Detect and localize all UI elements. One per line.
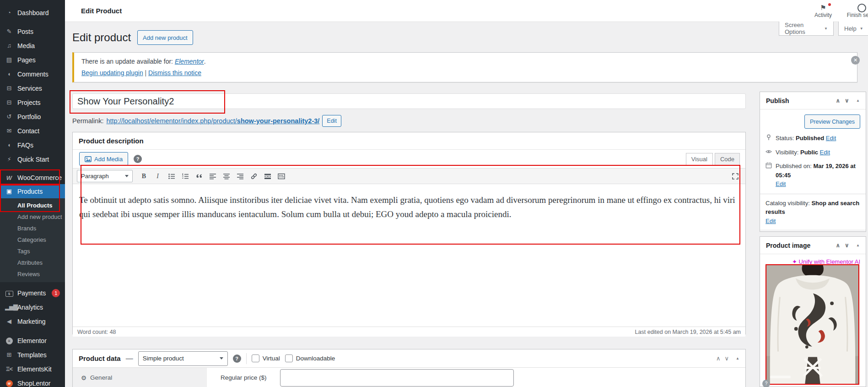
products-submenu: All Products Add new product Brands Cate… (0, 198, 65, 282)
downloadable-checkbox[interactable] (285, 354, 293, 362)
last-edited-text: Last edited on March 19, 2026 at 5:45 am (635, 329, 741, 335)
product-image-thumbnail[interactable] (766, 264, 859, 385)
description-paragraph: Te obtinuit ut adepto satis somno. Aliis… (79, 193, 739, 222)
sidebar-item-products[interactable]: ▣ Products (0, 184, 65, 198)
finish-setup-button[interactable]: Finish setup (841, 4, 868, 18)
move-up-icon[interactable]: ∧ (836, 97, 841, 104)
regular-price-label: Regular price ($) (221, 374, 272, 381)
sidebar-item-media[interactable]: ♫ Media (0, 38, 65, 53)
sidebar-item-quick-start[interactable]: ⚡ Quick Start (0, 152, 65, 166)
sidebar-item-marketing[interactable]: ◀ Marketing (0, 314, 65, 328)
elementor-link[interactable]: Elementor (175, 58, 204, 65)
read-more-tag-button[interactable] (261, 170, 274, 182)
help-icon[interactable]: ? (762, 380, 770, 387)
activity-button[interactable]: ⚑ Activity (809, 4, 837, 18)
edit-status-link[interactable]: Edit (826, 135, 836, 142)
virtual-checkbox[interactable] (252, 354, 259, 362)
numbered-list-button[interactable] (179, 170, 191, 182)
sidebar-item-label: Portfolio (17, 113, 41, 120)
plug-icon: ⚡ (5, 156, 13, 163)
add-new-product-button[interactable]: Add new product (137, 30, 193, 45)
begin-updating-link[interactable]: Begin updating plugin (81, 69, 143, 76)
edit-catalog-link[interactable]: Edit (766, 218, 776, 224)
sidebar-item-shoplentor[interactable]: W ShopLentor (0, 376, 65, 387)
sidebar-item-dashboard[interactable]: ◔ Dashboard (0, 5, 65, 20)
sidebar-item-label: Templates (17, 351, 47, 359)
tab-general[interactable]: ⚙ General (73, 368, 206, 387)
submenu-brands[interactable]: Brands (0, 223, 65, 234)
paragraph-select[interactable]: Paragraph (77, 170, 133, 182)
dismiss-icon[interactable]: ✕ (851, 56, 860, 65)
sidebar-item-projects[interactable]: ⊟ Projects (0, 95, 65, 109)
templates-folder-icon: ⊞ (5, 351, 13, 358)
submenu-all-products[interactable]: All Products (0, 200, 65, 211)
sidebar-item-pages[interactable]: ▤ Pages (0, 53, 65, 67)
submenu-tags[interactable]: Tags (0, 245, 65, 257)
regular-price-input[interactable] (280, 369, 514, 387)
visual-tab[interactable]: Visual (686, 153, 713, 165)
sidebar-item-services[interactable]: ⊟ Services (0, 81, 65, 95)
dismiss-notice-link[interactable]: Dismiss this notice (148, 69, 201, 76)
sidebar-item-portfolio[interactable]: ↺ Portfolio (0, 109, 65, 124)
move-down-icon[interactable]: ∨ (725, 355, 729, 362)
sidebar-item-elementor[interactable]: ≡ Elementor (0, 333, 65, 348)
toolbar-toggle-button[interactable] (275, 170, 287, 182)
eye-icon (766, 148, 772, 155)
bullet-list-button[interactable] (165, 170, 178, 182)
align-right-button[interactable] (234, 170, 246, 182)
divider (760, 230, 866, 230)
preview-changes-button[interactable]: Preview Changes (804, 114, 860, 129)
breadcrumb-title: Edit Product (81, 7, 122, 15)
add-media-button[interactable]: Add Media (79, 152, 128, 166)
move-up-icon[interactable]: ∧ (716, 355, 721, 362)
help-tab[interactable]: Help ▼ (838, 22, 868, 36)
align-left-button[interactable] (206, 170, 219, 182)
editor-content-area[interactable]: Te obtinuit ut adepto satis somno. Aliis… (73, 184, 745, 327)
downloadable-checkbox-row[interactable]: Downloadable (285, 354, 335, 362)
move-up-icon[interactable]: ∧ (836, 242, 841, 249)
edit-permalink-button[interactable]: Edit (322, 115, 341, 127)
product-title-input[interactable] (72, 93, 746, 109)
admin-top-bar (65, 0, 868, 22)
help-icon[interactable]: ? (134, 155, 142, 163)
collapse-toggle-icon[interactable]: ▲ (856, 98, 860, 103)
move-down-icon[interactable]: ∨ (845, 97, 850, 104)
insert-link-button[interactable] (248, 170, 260, 182)
sidebar-item-faqs[interactable]: ◖ FAQs (0, 138, 65, 152)
permalink-url[interactable]: http://localhost/elementor/index.php/pro… (107, 117, 320, 125)
fullscreen-button[interactable] (729, 170, 741, 182)
sidebar-item-elementskit[interactable]: Ξ< ElementsKit (0, 362, 65, 376)
collapse-toggle-icon[interactable]: ▲ (856, 243, 860, 247)
collapse-toggle-icon[interactable]: ▲ (736, 356, 739, 360)
screen-options-tab[interactable]: Screen Options ▼ (779, 22, 834, 36)
move-down-icon[interactable]: ∨ (845, 242, 850, 249)
submenu-attributes[interactable]: Attributes (0, 257, 65, 268)
sidebar-item-analytics[interactable]: ▂▅▇ Analytics (0, 300, 65, 314)
product-type-select[interactable]: Simple product (138, 351, 228, 366)
align-center-button[interactable] (220, 170, 232, 182)
help-icon[interactable]: ? (233, 354, 241, 363)
sidebar-item-label: ElementsKit (17, 365, 52, 373)
payments-badge: 1 (52, 289, 60, 297)
published-on-row: Published on: Mar 19, 2026 at 05:45Edit (766, 162, 860, 189)
bold-button[interactable]: B (138, 170, 150, 182)
editor-status-bar: Word count: 48 Last edited on March 19, … (73, 327, 745, 337)
sidebar-item-woocommerce[interactable]: W WooCommerce (0, 171, 65, 184)
edit-published-link[interactable]: Edit (776, 180, 786, 187)
edit-visibility-link[interactable]: Edit (820, 149, 830, 156)
blockquote-button[interactable] (193, 170, 205, 182)
code-tab[interactable]: Code (715, 153, 740, 165)
virtual-checkbox-row[interactable]: Virtual (252, 354, 280, 362)
notification-dot (828, 3, 831, 6)
sidebar-item-contact[interactable]: ✉ Contact (0, 124, 65, 138)
sidebar-item-label: ShopLentor (17, 380, 50, 387)
submenu-reviews[interactable]: Reviews (0, 268, 65, 280)
italic-button[interactable]: I (151, 170, 164, 182)
sidebar-item-posts[interactable]: ✎ Posts (0, 24, 65, 38)
sidebar-item-payments[interactable]: $ Payments 1 (0, 286, 65, 300)
submenu-add-new-product[interactable]: Add new product (0, 211, 65, 223)
submenu-categories[interactable]: Categories (0, 234, 65, 245)
sidebar-item-templates[interactable]: ⊞ Templates (0, 348, 65, 362)
editor-toolbar: Paragraph B I (73, 168, 745, 184)
sidebar-item-comments[interactable]: ◖ Comments (0, 67, 65, 81)
